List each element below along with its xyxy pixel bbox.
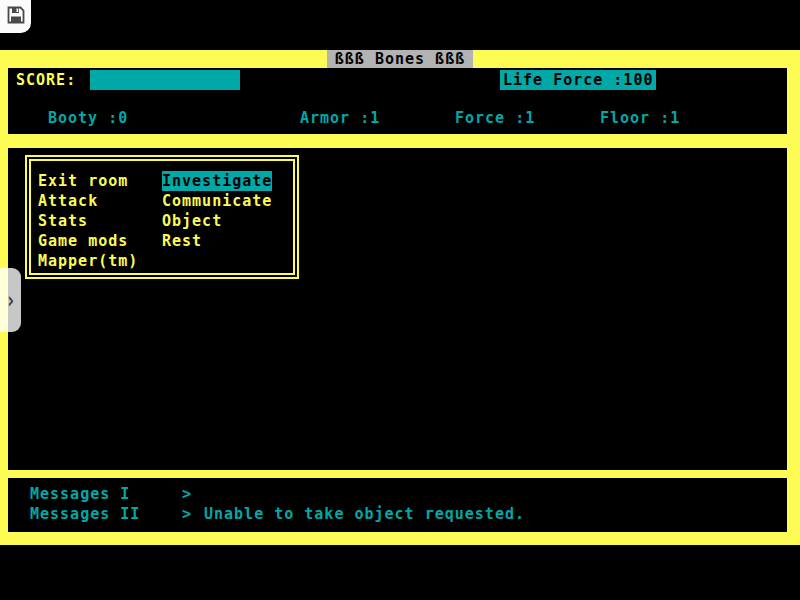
- menu-item-investigate[interactable]: Investigate: [162, 171, 272, 191]
- menu-item-communicate[interactable]: Communicate: [162, 191, 272, 211]
- stat-floor: Floor :1: [600, 108, 680, 128]
- page-title: ßßß Bones ßßß: [327, 50, 473, 68]
- menu-item-game-mods[interactable]: Game mods: [38, 231, 138, 251]
- menu-item-attack[interactable]: Attack: [38, 191, 138, 211]
- stat-booty: Booty :0: [48, 108, 128, 128]
- title-bar: ßßß Bones ßßß: [0, 50, 800, 68]
- stat-force: Force :1: [455, 108, 535, 128]
- score-bar: 0: [90, 70, 240, 90]
- menu-item-rest[interactable]: Rest: [162, 231, 272, 251]
- message-row-1: Messages I >: [8, 484, 787, 504]
- screen: ßßß Bones ßßß SCORE: 0 Life Force :100 B…: [0, 0, 800, 600]
- drawer-handle[interactable]: ›: [0, 268, 21, 332]
- messages-2-prompt: >: [182, 504, 192, 524]
- floppy-disk-icon: [6, 5, 26, 28]
- menu-item-mapper[interactable]: Mapper(tm): [38, 251, 138, 271]
- menu-item-object[interactable]: Object: [162, 211, 272, 231]
- game-window: ßßß Bones ßßß SCORE: 0 Life Force :100 B…: [0, 50, 800, 545]
- menu-column-1: Exit room Attack Stats Game mods Mapper(…: [38, 171, 138, 271]
- messages-1-prompt: >: [182, 484, 192, 504]
- menu-item-stats[interactable]: Stats: [38, 211, 138, 231]
- stat-armor: Armor :1: [300, 108, 380, 128]
- menu-item-exit-room[interactable]: Exit room: [38, 171, 138, 191]
- score-label: SCORE:: [16, 70, 76, 90]
- score-value: 0: [224, 91, 234, 109]
- life-force-badge: Life Force :100: [500, 70, 656, 90]
- main-panel: Exit room Attack Stats Game mods Mapper(…: [8, 148, 787, 470]
- action-menu: Exit room Attack Stats Game mods Mapper(…: [25, 155, 299, 279]
- message-row-2: Messages II > Unable to take object requ…: [8, 504, 787, 524]
- save-button[interactable]: [0, 0, 31, 33]
- messages-1-label: Messages I: [30, 484, 130, 504]
- messages-panel: Messages I > Messages II > Unable to tak…: [8, 478, 787, 532]
- chevron-right-icon: ›: [5, 289, 15, 311]
- messages-2-label: Messages II: [30, 504, 140, 524]
- menu-column-2: Investigate Communicate Object Rest: [162, 171, 272, 251]
- status-panel: SCORE: 0 Life Force :100 Booty :0 Armor …: [8, 68, 787, 134]
- messages-2-text: Unable to take object requested.: [204, 504, 525, 524]
